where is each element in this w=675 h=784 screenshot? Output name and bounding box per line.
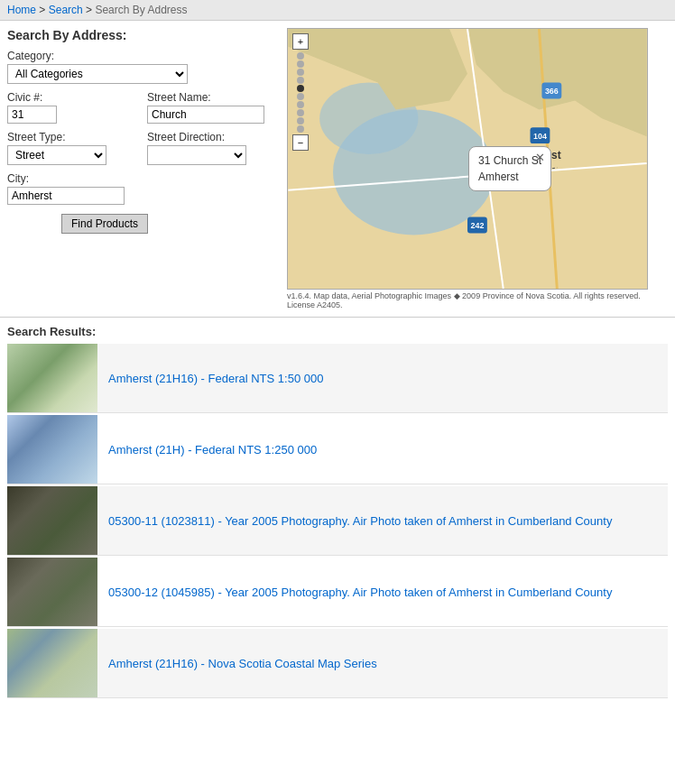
map-zoom-controls: + − bbox=[292, 33, 309, 152]
result-row-5: Amherst (21H16) - Nova Scotia Coastal Ma… bbox=[7, 629, 668, 698]
result-link-container-4: 05300-12 (1045985) - Year 2005 Photograp… bbox=[97, 558, 623, 626]
category-label: Category: bbox=[7, 50, 278, 62]
zoom-out-button[interactable]: − bbox=[292, 134, 309, 151]
result-thumbnail-2 bbox=[7, 415, 97, 484]
result-row-3: 05300-11 (1023811) - Year 2005 Photograp… bbox=[7, 486, 668, 556]
main-content: Search By Address: Category: All Categor… bbox=[0, 21, 675, 317]
results-title: Search Results: bbox=[7, 325, 668, 338]
find-button-container: Find Products bbox=[61, 214, 278, 234]
result-link-3[interactable]: 05300-11 (1023811) - Year 2005 Photograp… bbox=[108, 514, 612, 528]
result-thumbnail-4 bbox=[7, 558, 97, 626]
zoom-slider bbox=[297, 52, 304, 133]
result-link-container-5: Amherst (21H16) - Nova Scotia Coastal Ma… bbox=[97, 629, 388, 697]
street-type-direction-row: Street Type: Street Avenue Boulevard Dri… bbox=[7, 131, 278, 165]
street-direction-col: Street Direction: N S E W NE NW SE SW bbox=[147, 131, 278, 165]
street-name-input[interactable] bbox=[147, 106, 264, 124]
zoom-dot-7 bbox=[297, 101, 304, 108]
category-row: Category: All Categories Maps Air Photos… bbox=[7, 50, 278, 84]
street-type-select[interactable]: Street Avenue Boulevard Drive Road Lane bbox=[7, 145, 106, 165]
breadcrumb-home[interactable]: Home bbox=[7, 4, 36, 16]
street-direction-select[interactable]: N S E W NE NW SE SW bbox=[147, 145, 246, 165]
result-link-1[interactable]: Amherst (21H16) - Federal NTS 1:50 000 bbox=[108, 372, 323, 385]
map-container[interactable]: + − bbox=[287, 28, 648, 290]
result-thumbnail-1 bbox=[7, 344, 97, 412]
result-thumbnail-3 bbox=[7, 486, 97, 555]
street-name-label: Street Name: bbox=[147, 91, 278, 104]
result-link-container-1: Amherst (21H16) - Federal NTS 1:50 000 bbox=[97, 344, 334, 412]
zoom-dot-6 bbox=[297, 93, 304, 100]
map-tooltip: ✕ 31 Church St Amherst bbox=[468, 146, 551, 191]
tooltip-line1: 31 Church St bbox=[478, 152, 541, 169]
breadcrumb: Home > Search > Search By Address bbox=[0, 0, 675, 21]
street-type-col: Street Type: Street Avenue Boulevard Dri… bbox=[7, 131, 138, 165]
result-link-container-2: Amherst (21H) - Federal NTS 1:250 000 bbox=[97, 415, 328, 484]
zoom-dot-4 bbox=[297, 77, 304, 84]
svg-text:104: 104 bbox=[533, 132, 547, 141]
result-link-5[interactable]: Amherst (21H16) - Nova Scotia Coastal Ma… bbox=[108, 657, 377, 670]
tooltip-line2: Amherst bbox=[478, 169, 541, 185]
city-input[interactable] bbox=[7, 187, 125, 205]
result-row-1: Amherst (21H16) - Federal NTS 1:50 000 bbox=[7, 344, 668, 413]
breadcrumb-current: Search By Address bbox=[95, 4, 187, 16]
category-select[interactable]: All Categories Maps Air Photos Digital D… bbox=[7, 64, 188, 84]
zoom-dot-2 bbox=[297, 60, 304, 68]
result-link-2[interactable]: Amherst (21H) - Federal NTS 1:250 000 bbox=[108, 443, 317, 457]
city-label: City: bbox=[7, 172, 278, 185]
result-link-container-3: 05300-11 (1023811) - Year 2005 Photograp… bbox=[97, 486, 623, 555]
result-thumbnail-5 bbox=[7, 629, 97, 697]
form-title: Search By Address: bbox=[7, 28, 278, 42]
result-row-2: Amherst (21H) - Federal NTS 1:250 000 bbox=[7, 415, 668, 484]
city-row: City: bbox=[7, 172, 278, 205]
zoom-dot-9 bbox=[297, 117, 304, 125]
svg-text:366: 366 bbox=[545, 87, 559, 96]
zoom-in-button[interactable]: + bbox=[292, 33, 309, 50]
tooltip-close-button[interactable]: ✕ bbox=[535, 149, 545, 167]
street-direction-label: Street Direction: bbox=[147, 131, 278, 143]
map-panel: + − bbox=[287, 28, 668, 309]
svg-text:242: 242 bbox=[470, 221, 484, 230]
civic-street-row: Civic #: Street Name: bbox=[7, 91, 278, 124]
find-products-button[interactable]: Find Products bbox=[61, 214, 148, 234]
civic-label: Civic #: bbox=[7, 91, 138, 104]
street-name-col: Street Name: bbox=[147, 91, 278, 124]
zoom-dot-1 bbox=[297, 52, 304, 60]
result-link-4[interactable]: 05300-12 (1045985) - Year 2005 Photograp… bbox=[108, 586, 612, 599]
zoom-dot-10 bbox=[297, 125, 304, 133]
zoom-dot-8 bbox=[297, 109, 304, 116]
zoom-dot-5 bbox=[297, 85, 304, 92]
search-form-panel: Search By Address: Category: All Categor… bbox=[7, 28, 278, 309]
results-list: Amherst (21H16) - Federal NTS 1:50 000Am… bbox=[7, 344, 668, 698]
map-illustration: 366 104 242 Amh rst bbox=[288, 29, 647, 289]
result-row-4: 05300-12 (1045985) - Year 2005 Photograp… bbox=[7, 558, 668, 627]
search-results-section: Search Results: Amherst (21H16) - Federa… bbox=[0, 317, 675, 707]
zoom-dot-3 bbox=[297, 69, 304, 76]
civic-col: Civic #: bbox=[7, 91, 138, 124]
map-attribution: v1.6.4. Map data, Aerial Photographic Im… bbox=[287, 291, 668, 309]
civic-input[interactable] bbox=[7, 106, 57, 124]
street-type-label: Street Type: bbox=[7, 131, 138, 143]
breadcrumb-search[interactable]: Search bbox=[49, 4, 83, 16]
